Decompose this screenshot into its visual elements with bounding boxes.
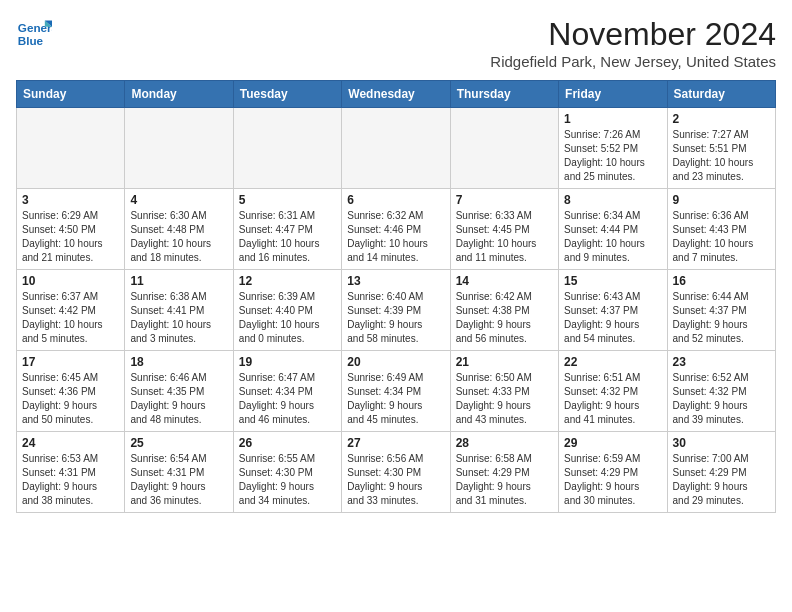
calendar-cell: 19Sunrise: 6:47 AM Sunset: 4:34 PM Dayli… [233,351,341,432]
day-info: Sunrise: 6:40 AM Sunset: 4:39 PM Dayligh… [347,290,444,346]
day-info: Sunrise: 6:39 AM Sunset: 4:40 PM Dayligh… [239,290,336,346]
calendar-cell: 2Sunrise: 7:27 AM Sunset: 5:51 PM Daylig… [667,108,775,189]
day-info: Sunrise: 6:31 AM Sunset: 4:47 PM Dayligh… [239,209,336,265]
day-number: 10 [22,274,119,288]
calendar-week-2: 10Sunrise: 6:37 AM Sunset: 4:42 PM Dayli… [17,270,776,351]
day-number: 6 [347,193,444,207]
day-number: 30 [673,436,770,450]
calendar-week-4: 24Sunrise: 6:53 AM Sunset: 4:31 PM Dayli… [17,432,776,513]
day-number: 1 [564,112,661,126]
day-info: Sunrise: 6:42 AM Sunset: 4:38 PM Dayligh… [456,290,553,346]
day-number: 26 [239,436,336,450]
day-info: Sunrise: 6:53 AM Sunset: 4:31 PM Dayligh… [22,452,119,508]
day-number: 5 [239,193,336,207]
weekday-header-thursday: Thursday [450,81,558,108]
calendar-cell: 16Sunrise: 6:44 AM Sunset: 4:37 PM Dayli… [667,270,775,351]
day-info: Sunrise: 6:47 AM Sunset: 4:34 PM Dayligh… [239,371,336,427]
svg-text:Blue: Blue [18,34,44,47]
day-info: Sunrise: 6:49 AM Sunset: 4:34 PM Dayligh… [347,371,444,427]
calendar-cell: 29Sunrise: 6:59 AM Sunset: 4:29 PM Dayli… [559,432,667,513]
calendar-cell: 20Sunrise: 6:49 AM Sunset: 4:34 PM Dayli… [342,351,450,432]
day-number: 4 [130,193,227,207]
day-number: 18 [130,355,227,369]
calendar-header: SundayMondayTuesdayWednesdayThursdayFrid… [17,81,776,108]
calendar-cell: 7Sunrise: 6:33 AM Sunset: 4:45 PM Daylig… [450,189,558,270]
day-number: 24 [22,436,119,450]
calendar-cell: 14Sunrise: 6:42 AM Sunset: 4:38 PM Dayli… [450,270,558,351]
day-number: 19 [239,355,336,369]
day-number: 15 [564,274,661,288]
calendar-cell: 12Sunrise: 6:39 AM Sunset: 4:40 PM Dayli… [233,270,341,351]
day-info: Sunrise: 6:29 AM Sunset: 4:50 PM Dayligh… [22,209,119,265]
calendar-cell: 1Sunrise: 7:26 AM Sunset: 5:52 PM Daylig… [559,108,667,189]
weekday-header-row: SundayMondayTuesdayWednesdayThursdayFrid… [17,81,776,108]
day-number: 21 [456,355,553,369]
logo: General Blue [16,16,52,52]
logo-icon: General Blue [16,16,52,52]
day-info: Sunrise: 6:36 AM Sunset: 4:43 PM Dayligh… [673,209,770,265]
day-number: 16 [673,274,770,288]
calendar-cell: 15Sunrise: 6:43 AM Sunset: 4:37 PM Dayli… [559,270,667,351]
calendar-cell: 11Sunrise: 6:38 AM Sunset: 4:41 PM Dayli… [125,270,233,351]
day-info: Sunrise: 6:58 AM Sunset: 4:29 PM Dayligh… [456,452,553,508]
weekday-header-monday: Monday [125,81,233,108]
day-number: 27 [347,436,444,450]
day-info: Sunrise: 6:51 AM Sunset: 4:32 PM Dayligh… [564,371,661,427]
calendar-cell: 17Sunrise: 6:45 AM Sunset: 4:36 PM Dayli… [17,351,125,432]
weekday-header-saturday: Saturday [667,81,775,108]
day-number: 28 [456,436,553,450]
weekday-header-sunday: Sunday [17,81,125,108]
day-info: Sunrise: 6:38 AM Sunset: 4:41 PM Dayligh… [130,290,227,346]
calendar-cell: 10Sunrise: 6:37 AM Sunset: 4:42 PM Dayli… [17,270,125,351]
calendar-cell [17,108,125,189]
day-info: Sunrise: 7:27 AM Sunset: 5:51 PM Dayligh… [673,128,770,184]
day-number: 7 [456,193,553,207]
calendar-cell: 30Sunrise: 7:00 AM Sunset: 4:29 PM Dayli… [667,432,775,513]
calendar-cell [342,108,450,189]
day-info: Sunrise: 6:37 AM Sunset: 4:42 PM Dayligh… [22,290,119,346]
day-number: 9 [673,193,770,207]
day-info: Sunrise: 6:43 AM Sunset: 4:37 PM Dayligh… [564,290,661,346]
day-number: 23 [673,355,770,369]
day-info: Sunrise: 6:54 AM Sunset: 4:31 PM Dayligh… [130,452,227,508]
calendar-cell: 26Sunrise: 6:55 AM Sunset: 4:30 PM Dayli… [233,432,341,513]
weekday-header-tuesday: Tuesday [233,81,341,108]
day-info: Sunrise: 6:55 AM Sunset: 4:30 PM Dayligh… [239,452,336,508]
calendar-cell: 21Sunrise: 6:50 AM Sunset: 4:33 PM Dayli… [450,351,558,432]
day-info: Sunrise: 6:50 AM Sunset: 4:33 PM Dayligh… [456,371,553,427]
calendar-cell: 18Sunrise: 6:46 AM Sunset: 4:35 PM Dayli… [125,351,233,432]
calendar-cell [450,108,558,189]
calendar-cell: 23Sunrise: 6:52 AM Sunset: 4:32 PM Dayli… [667,351,775,432]
header: General Blue November 2024 Ridgefield Pa… [16,16,776,70]
day-info: Sunrise: 6:34 AM Sunset: 4:44 PM Dayligh… [564,209,661,265]
day-info: Sunrise: 6:33 AM Sunset: 4:45 PM Dayligh… [456,209,553,265]
day-info: Sunrise: 7:26 AM Sunset: 5:52 PM Dayligh… [564,128,661,184]
calendar-week-0: 1Sunrise: 7:26 AM Sunset: 5:52 PM Daylig… [17,108,776,189]
calendar-week-1: 3Sunrise: 6:29 AM Sunset: 4:50 PM Daylig… [17,189,776,270]
calendar-cell [125,108,233,189]
calendar-cell: 8Sunrise: 6:34 AM Sunset: 4:44 PM Daylig… [559,189,667,270]
calendar-table: SundayMondayTuesdayWednesdayThursdayFrid… [16,80,776,513]
day-number: 3 [22,193,119,207]
day-info: Sunrise: 6:56 AM Sunset: 4:30 PM Dayligh… [347,452,444,508]
day-info: Sunrise: 6:46 AM Sunset: 4:35 PM Dayligh… [130,371,227,427]
day-number: 13 [347,274,444,288]
day-info: Sunrise: 6:44 AM Sunset: 4:37 PM Dayligh… [673,290,770,346]
day-number: 8 [564,193,661,207]
calendar-cell: 4Sunrise: 6:30 AM Sunset: 4:48 PM Daylig… [125,189,233,270]
calendar-cell [233,108,341,189]
calendar-cell: 13Sunrise: 6:40 AM Sunset: 4:39 PM Dayli… [342,270,450,351]
calendar-cell: 6Sunrise: 6:32 AM Sunset: 4:46 PM Daylig… [342,189,450,270]
calendar-cell: 24Sunrise: 6:53 AM Sunset: 4:31 PM Dayli… [17,432,125,513]
day-number: 11 [130,274,227,288]
day-info: Sunrise: 6:59 AM Sunset: 4:29 PM Dayligh… [564,452,661,508]
day-number: 14 [456,274,553,288]
weekday-header-wednesday: Wednesday [342,81,450,108]
calendar-cell: 28Sunrise: 6:58 AM Sunset: 4:29 PM Dayli… [450,432,558,513]
day-number: 25 [130,436,227,450]
calendar-cell: 25Sunrise: 6:54 AM Sunset: 4:31 PM Dayli… [125,432,233,513]
calendar-week-3: 17Sunrise: 6:45 AM Sunset: 4:36 PM Dayli… [17,351,776,432]
day-info: Sunrise: 6:32 AM Sunset: 4:46 PM Dayligh… [347,209,444,265]
day-number: 2 [673,112,770,126]
calendar-cell: 9Sunrise: 6:36 AM Sunset: 4:43 PM Daylig… [667,189,775,270]
